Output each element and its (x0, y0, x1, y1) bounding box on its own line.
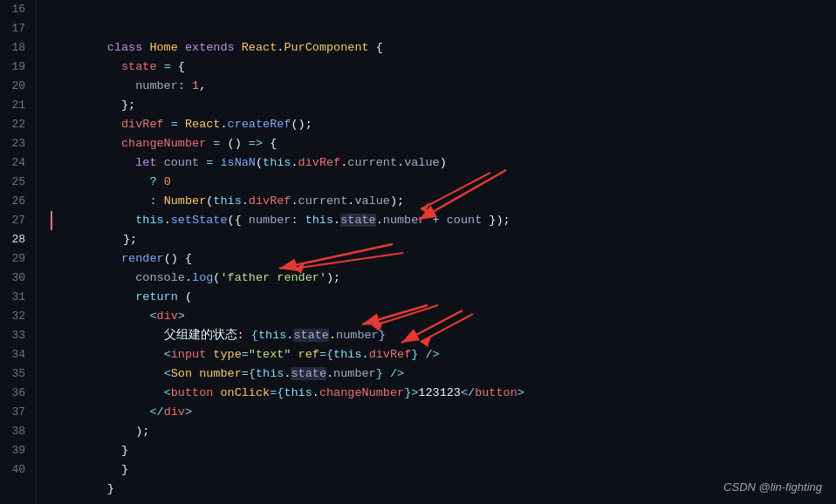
line-num-28: 28 (7, 230, 25, 249)
line-num-38: 38 (7, 422, 25, 441)
line-num-33: 33 (7, 326, 25, 345)
watermark: CSDN @lin-fighting (723, 480, 822, 494)
line-num-40: 40 (7, 460, 25, 480)
code-editor: 16 17 18 19 20 21 22 23 24 25 26 27 28 2… (0, 0, 836, 504)
code-line-30: return ( (51, 269, 836, 288)
code-line-22: changeNumber = () => { (51, 115, 836, 134)
line-num-20: 20 (7, 77, 25, 96)
line-num-18: 18 (7, 38, 25, 58)
code-line-28: render() { (51, 230, 836, 249)
line-num-35: 35 (7, 364, 25, 384)
code-line-19: number: 1, (51, 58, 836, 77)
line-num-17: 17 (7, 19, 25, 38)
line-num-16: 16 (7, 0, 25, 19)
code-line-39: } (51, 441, 836, 460)
line-num-34: 34 (7, 345, 25, 364)
line-num-29: 29 (7, 249, 25, 269)
line-num-30: 30 (7, 269, 25, 288)
code-line-29: console.log('father render'); (51, 249, 836, 269)
code-line-34: <Son number={this.state.number} /> (51, 345, 836, 364)
code-line-40: } (51, 460, 836, 480)
line-num-37: 37 (7, 403, 25, 422)
line-num-31: 31 (7, 288, 25, 307)
code-line-17: class Home extends React.PurComponent { (51, 19, 836, 38)
line-num-22: 22 (7, 115, 25, 134)
line-num-23: 23 (7, 134, 25, 153)
code-line-21: divRef = React.createRef(); (51, 96, 836, 115)
code-line-35: <button onClick={this.changeNumber}>1231… (51, 364, 836, 384)
line-num-39: 39 (7, 441, 25, 460)
code-line-25: : Number(this.divRef.current.value); (51, 173, 836, 192)
line-numbers: 16 17 18 19 20 21 22 23 24 25 26 27 28 2… (0, 0, 37, 504)
line-num-36: 36 (7, 384, 25, 403)
code-line-26: this.setState({ number: this.state.numbe… (51, 192, 836, 211)
line-num-19: 19 (7, 58, 25, 77)
line-num-26: 26 (7, 192, 25, 211)
code-line-27: }; (51, 211, 836, 230)
code-line-16 (51, 0, 836, 19)
line-num-21: 21 (7, 96, 25, 115)
code-line-36: </div> (51, 384, 836, 403)
code-line-32: 父组建的状态: {this.state.number} (51, 307, 836, 326)
line-num-24: 24 (7, 153, 25, 173)
code-line-31: <div> (51, 288, 836, 307)
code-line-37: ); (51, 403, 836, 422)
code-content: class Home extends React.PurComponent { … (37, 0, 836, 504)
code-line-20: }; (51, 77, 836, 96)
code-line-38: } (51, 422, 836, 441)
line-num-25: 25 (7, 173, 25, 192)
code-line-24: ? 0 (51, 153, 836, 173)
code-line-18: state = { (51, 38, 836, 58)
code-line-33: <input type="text" ref={this.divRef} /> (51, 326, 836, 345)
code-line-23: let count = isNaN(this.divRef.current.va… (51, 134, 836, 153)
line-num-27: 27 (7, 211, 25, 230)
line-num-32: 32 (7, 307, 25, 326)
